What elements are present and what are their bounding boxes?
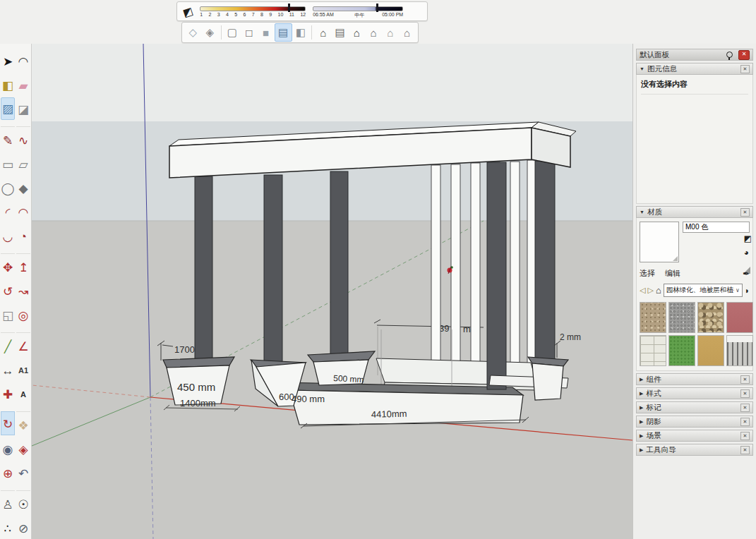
polygon-tool-button[interactable]: ◆: [16, 176, 30, 200]
material-swatch-fence[interactable]: [726, 335, 753, 366]
section-instructor-header[interactable]: ▶工具向导✕: [636, 444, 753, 456]
material-swatch-pavers[interactable]: [640, 335, 666, 366]
two-point-arc-tool-button[interactable]: ◠: [16, 200, 30, 224]
look-around-tool-button[interactable]: ☉: [16, 490, 30, 516]
shadows-toggle-icon[interactable]: ◩: [181, 5, 194, 18]
display-secondary-pane-icon[interactable]: ◩: [744, 234, 752, 243]
sample-paint-icon[interactable]: ✒: [743, 269, 750, 279]
expand-icon[interactable]: ▶: [640, 419, 643, 425]
forward-arrow-icon[interactable]: ▷: [647, 286, 653, 295]
view-front-button[interactable]: ⌂: [349, 24, 365, 41]
time-slider-track[interactable]: [313, 6, 403, 11]
material-category-dropdown[interactable]: 园林绿化、地被层和植被 ∨: [664, 284, 743, 297]
section-shadows-close-icon[interactable]: ✕: [740, 418, 750, 426]
shaded-mode-button[interactable]: ■: [258, 24, 274, 41]
back-arrow-icon[interactable]: ◁: [640, 286, 645, 295]
back-edges-mode-button[interactable]: ◈: [202, 24, 218, 41]
material-swatch-grass[interactable]: [668, 335, 695, 366]
material-swatch-gravel-gray[interactable]: [668, 302, 695, 333]
line-tool-button[interactable]: ✎: [1, 126, 15, 152]
section-components-close-icon[interactable]: ✕: [740, 375, 750, 384]
circle-tool-button[interactable]: ◯: [1, 176, 15, 200]
hidden-line-mode-button[interactable]: □: [241, 24, 257, 41]
paint-details-icon[interactable]: ◗: [745, 286, 750, 296]
3d-text-tool-button[interactable]: A: [16, 382, 30, 406]
section-plane-tool-button[interactable]: ⊘: [16, 516, 30, 539]
scale-tool-button[interactable]: ◱: [1, 303, 15, 327]
date-slider-track[interactable]: [200, 6, 306, 11]
shadow-time-slider[interactable]: 06:55 AM 中午 05:00 PM: [313, 6, 403, 17]
dimension-tool-button[interactable]: ↔: [1, 358, 15, 382]
move-tool-button[interactable]: ✥: [1, 253, 15, 279]
arc-tool-button[interactable]: ◜: [1, 200, 15, 224]
dimension-450[interactable]: 450 mm: [177, 381, 215, 393]
section-instructor-close-icon[interactable]: ✕: [740, 446, 750, 454]
rotated-rectangle-tool-button[interactable]: ▱: [16, 152, 30, 176]
material-swatch-red-clay[interactable]: [726, 302, 753, 333]
monochrome-mode-button[interactable]: ◧: [293, 24, 309, 41]
tray-titlebar[interactable]: 默认面板 ✕: [636, 49, 753, 61]
tab-edit[interactable]: 编辑: [665, 268, 680, 279]
home-icon[interactable]: ⌂: [656, 285, 661, 296]
create-material-icon[interactable]: ◕: [744, 248, 752, 257]
collapse-icon[interactable]: ▼: [640, 66, 644, 71]
time-slider-handle[interactable]: [376, 4, 378, 12]
rotate-tool-button[interactable]: ↺: [1, 279, 15, 303]
walk-tool-button[interactable]: ∴: [1, 516, 15, 539]
section-styles-close-icon[interactable]: ✕: [740, 389, 750, 398]
wireframe-mode-button[interactable]: ▢: [224, 24, 241, 41]
section-shadows-header[interactable]: ▶阴影✕: [636, 416, 753, 428]
modeling-viewport[interactable]: 39 m: [32, 44, 632, 539]
view-left-button[interactable]: ⌂: [382, 24, 398, 41]
push-pull-tool-button[interactable]: ↥: [16, 253, 30, 279]
expand-icon[interactable]: ▶: [640, 433, 643, 439]
three-point-arc-tool-button[interactable]: ◡: [1, 224, 15, 248]
entity-info-header[interactable]: ▼ 图元信息 ✕: [636, 63, 753, 75]
zoom-window-tool-button[interactable]: ◈: [16, 437, 30, 461]
materials-close-icon[interactable]: ✕: [740, 208, 750, 217]
view-top-button[interactable]: ▤: [332, 24, 348, 41]
materials-header[interactable]: ▼ 材质 ✕: [636, 206, 753, 218]
view-iso-button[interactable]: ⌂: [315, 24, 331, 41]
section-styles-header[interactable]: ▶样式✕: [636, 387, 753, 399]
material-name-field[interactable]: [683, 222, 750, 233]
dimension-490[interactable]: 490 mm: [292, 394, 325, 404]
shadow-date-slider[interactable]: 123456789101112: [200, 6, 306, 17]
section-tags-close-icon[interactable]: ✕: [740, 404, 750, 412]
date-slider-handle[interactable]: [288, 4, 290, 12]
position-camera-tool-button[interactable]: ♙: [1, 490, 15, 516]
pin-icon[interactable]: [726, 52, 733, 58]
view-right-button[interactable]: ⌂: [366, 24, 382, 41]
tray-close-button[interactable]: ✕: [738, 50, 750, 60]
wipe-tool-button[interactable]: ◪: [16, 97, 30, 121]
collapse-icon[interactable]: ▼: [640, 210, 644, 214]
previous-view-tool-button[interactable]: ↶: [16, 461, 30, 485]
material-preview[interactable]: [640, 222, 679, 262]
section-scenes-header[interactable]: ▶场景✕: [636, 430, 753, 442]
eraser-tool-button[interactable]: ▰: [16, 73, 30, 97]
offset-tool-button[interactable]: ◎: [16, 303, 30, 327]
material-swatch-sand[interactable]: [697, 335, 724, 366]
zoom-extents-tool-button[interactable]: ⊕: [1, 461, 15, 485]
pie-tool-button[interactable]: ◔: [16, 224, 30, 248]
material-swatch-gravel-tan[interactable]: [640, 302, 666, 333]
entity-info-close-icon[interactable]: ✕: [740, 65, 750, 73]
view-back-button[interactable]: ⌂: [399, 24, 415, 41]
section-scenes-close-icon[interactable]: ✕: [740, 432, 750, 440]
text-tool-button[interactable]: A1: [16, 358, 30, 382]
material-swatch-pebbles[interactable]: [697, 302, 724, 333]
zoom-tool-button[interactable]: ◉: [1, 437, 15, 461]
lasso-select-tool-button[interactable]: ◠: [16, 49, 30, 73]
pan-tool-button[interactable]: ❖: [16, 411, 30, 437]
rectangle-tool-button[interactable]: ▭: [1, 152, 15, 176]
shaded-textures-mode-button[interactable]: ▤: [275, 23, 292, 42]
section-components-header[interactable]: ▶组件✕: [636, 373, 753, 385]
follow-me-tool-button[interactable]: ↝: [16, 279, 30, 303]
section-tags-header[interactable]: ▶标记✕: [636, 401, 753, 413]
paint-bucket-tool-button[interactable]: ◧: [1, 73, 15, 97]
tape-measure-tool-button[interactable]: ╱: [1, 332, 15, 358]
axes-tool-button[interactable]: ✚: [1, 382, 15, 406]
protractor-tool-button[interactable]: ∠: [16, 332, 30, 358]
select-tool-button[interactable]: ➤: [1, 49, 15, 73]
dimension-500[interactable]: 500 mm: [333, 373, 364, 384]
